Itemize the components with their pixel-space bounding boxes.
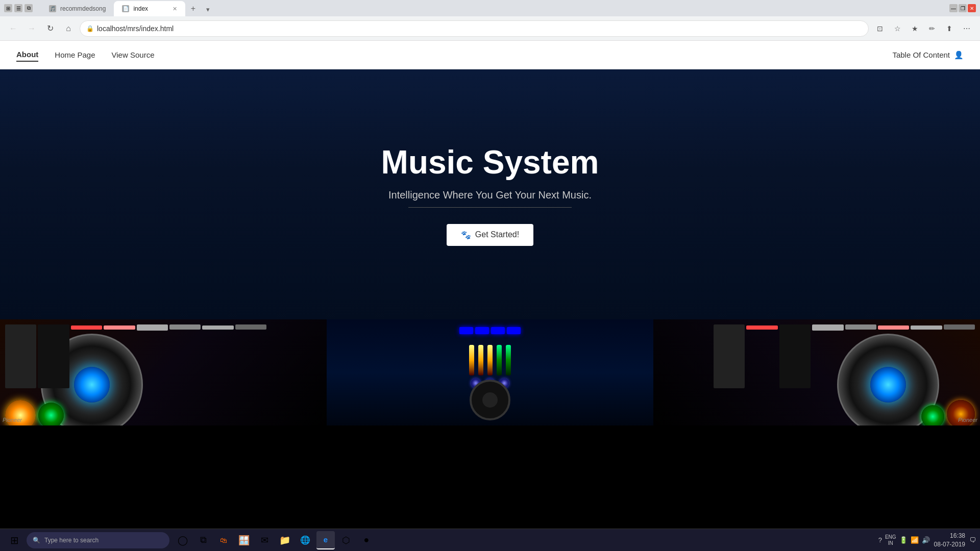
window-controls: — ❐ ✕ [949,4,976,12]
left-knob-green [38,403,64,425]
taskbar-right: ? ENGIN 🔋 📶 🔊 16:38 08-07-2019 🗨 [878,532,976,549]
get-started-label: Get Started! [475,230,519,239]
reading-view-btn[interactable]: ⊡ [873,21,887,36]
taskbar-app-5[interactable]: ⬡ [337,531,355,549]
notification-icon[interactable]: 🗨 [969,536,976,544]
taskbar: ⊞ 🔍 Type here to search ◯ ⧉ 🛍 🪟 ✉ 📁 🌐 e … [0,529,980,551]
nav-right: Table Of Content 👤 [892,51,964,60]
new-tab-btn[interactable]: + [185,1,201,16]
bookmark-btn[interactable]: ☆ [890,21,904,36]
hero-subtitle: Intelligence Where You Get Your Next Mus… [388,189,592,201]
start-icon: ⊞ [10,534,19,546]
hero-divider [408,207,572,208]
back-btn[interactable]: ← [6,21,20,36]
address-text: localhost/mrs/index.html [97,24,862,33]
nav-viewsource[interactable]: View Source [112,48,155,61]
tray-help-icon[interactable]: ? [878,536,882,544]
minimize-btn[interactable]: — [949,4,958,12]
hero-section: Music System Intelligence Where You Get … [0,69,980,319]
left-controls-grid [5,324,266,388]
tray-battery-icon: 🔋 [899,536,908,544]
browser-tabs: 🎵 recommdedsong 📄 index ✕ + ▾ [37,0,941,16]
forward-btn[interactable]: → [24,21,39,36]
taskbar-app-ie[interactable]: e [316,531,335,549]
restore-btn[interactable]: ❐ [959,4,967,12]
tab-index[interactable]: 📄 index ✕ [114,1,185,16]
tab-label-2: index [133,5,148,12]
lock-icon: 🔒 [86,25,94,32]
taskbar-app-3[interactable]: ✉ [255,531,274,549]
menu-icon: ☰ [14,4,22,12]
nav-homepage[interactable]: Home Page [55,48,95,61]
right-knob-green [921,405,944,425]
mixer-pads [459,327,521,334]
dj-panel-right: Pioneer [653,319,980,425]
taskbar-app-4[interactable]: 📁 [276,531,294,549]
tray-volume-icon: 🔊 [922,536,930,544]
pioneer-label-right: Pioneer [958,417,977,423]
clock-time: 16:38 [934,532,965,540]
taskbar-search-icon: 🔍 [33,537,40,544]
nav-links: About Home Page View Source [16,48,154,62]
nav-about[interactable]: About [16,48,38,62]
get-started-icon: 🐾 [461,230,471,240]
taskbar-app-cortana[interactable]: ◯ [174,531,192,549]
right-controls-grid [714,324,975,388]
webpage-content: About Home Page View Source Table Of Con… [0,41,980,529]
taskbar-clock[interactable]: 16:38 08-07-2019 [934,532,965,549]
tab-close-btn[interactable]: ✕ [173,6,177,12]
tab-favicon-2: 📄 [122,5,129,12]
window-icon: ⊞ [4,4,12,12]
user-icon: 👤 [954,51,964,60]
tray-network-icon: 📶 [911,536,919,544]
browser-toolbar: ← → ↻ ⌂ 🔒 localhost/mrs/index.html ⊡ ☆ ★… [0,16,980,41]
tab-more-btn[interactable]: ▾ [201,2,215,16]
taskbar-app-1[interactable]: 🛍 [214,531,233,549]
taskbar-search-box[interactable]: 🔍 Type here to search [27,532,169,548]
address-bar[interactable]: 🔒 localhost/mrs/index.html [80,20,869,37]
toolbar-right: ⊡ ☆ ★ ✏ ⬆ ⋯ [873,21,974,36]
hero-title: Music System [381,143,599,181]
taskbar-app-chrome[interactable]: 🌐 [296,531,314,549]
refresh-btn[interactable]: ↻ [43,21,57,36]
taskbar-app-2[interactable]: 🪟 [235,531,253,549]
dj-panel-center [327,319,653,425]
clock-date: 08-07-2019 [934,540,965,549]
share-btn[interactable]: ⬆ [942,21,957,36]
favorites-btn[interactable]: ★ [908,21,922,36]
dj-section: Pioneer [0,319,980,425]
get-started-btn[interactable]: 🐾 Get Started! [447,224,533,246]
table-of-content-label[interactable]: Table Of Content [892,51,950,59]
close-btn[interactable]: ✕ [968,4,976,12]
mixer-wheel [470,380,510,420]
browser-frame: ⊞ ☰ ⧉ 🎵 recommdedsong 📄 index ✕ + ▾ — ❐ … [0,0,980,551]
taskbar-search-placeholder: Type here to search [44,537,99,544]
start-button[interactable]: ⊞ [4,530,24,550]
site-navbar: About Home Page View Source Table Of Con… [0,41,980,69]
dj-panel-left: Pioneer [0,319,327,425]
home-btn[interactable]: ⌂ [61,21,76,36]
tray-keyboard-icon: ENGIN [885,534,896,546]
tab-recommdedsong[interactable]: 🎵 recommdedsong [41,1,114,16]
taskbar-apps: ◯ ⧉ 🛍 🪟 ✉ 📁 🌐 e ⬡ ● [174,531,376,549]
systray: ? ENGIN 🔋 📶 🔊 [878,534,930,546]
tab-label-1: recommdedsong [60,5,106,12]
browser-titlebar: ⊞ ☰ ⧉ 🎵 recommdedsong 📄 index ✕ + ▾ — ❐ … [0,0,980,16]
web-note-btn[interactable]: ✏ [925,21,939,36]
tab-favicon-1: 🎵 [49,5,56,12]
titlebar-controls: ⊞ ☰ ⧉ [4,4,33,12]
taskbar-app-6[interactable]: ● [357,531,376,549]
taskbar-app-taskview[interactable]: ⧉ [194,531,212,549]
more-btn[interactable]: ⋯ [960,21,974,36]
tab-grid-icon: ⧉ [24,4,33,12]
pioneer-label-left: Pioneer [3,417,22,423]
